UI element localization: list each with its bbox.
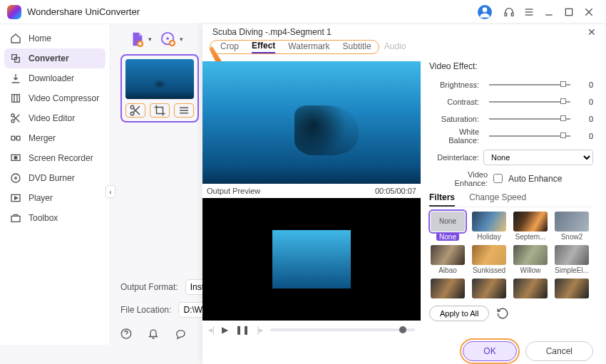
brightness-slider[interactable] [489,84,570,85]
filter-extra3[interactable] [512,279,549,298]
pause-icon[interactable]: ❚❚ [235,325,250,335]
sidebar-item-label: Toolbox [29,213,58,223]
filter-aibao[interactable]: Aibao [429,245,466,274]
subtab-speed[interactable]: Change Speed [469,192,526,207]
headset-icon[interactable] [503,6,515,18]
add-dvd-icon [160,31,176,47]
home-icon [10,33,21,44]
close-icon[interactable] [583,6,595,18]
dvd-icon [10,172,21,184]
maximize-icon[interactable] [563,6,575,18]
recorder-icon [10,152,21,164]
svg-rect-15 [11,136,15,140]
modal-tabs: Crop Effect Watermark Subtitle Audio [210,40,379,54]
tab-subtitle[interactable]: Subtitle [343,41,371,53]
help-icon[interactable] [120,327,132,340]
sidebar-item-dvd[interactable]: DVD Burner [0,168,110,188]
tab-watermark[interactable]: Watermark [288,41,329,53]
contrast-slider[interactable] [489,101,570,103]
merger-icon [10,132,21,144]
svg-point-29 [130,105,134,109]
modal-close-icon[interactable]: ✕ [587,26,596,38]
filter-swatch [472,245,506,265]
sidebar-item-player[interactable]: Player [0,188,110,208]
add-dvd-button[interactable]: ▾ [160,31,176,47]
sidebar-item-label: Player [29,193,53,203]
output-preview-label: Output Preview [207,187,260,195]
play-icon[interactable]: ▶ [222,325,228,335]
filter-september[interactable]: Septem... [512,212,549,241]
svg-point-27 [166,37,169,40]
filter-swatch [472,279,506,298]
sidebar-item-downloader[interactable]: Downloader [0,68,110,88]
deinterlace-label: Deinterlace: [429,153,483,162]
reset-icon[interactable] [496,307,509,320]
filter-holiday[interactable]: Holiday [471,212,508,241]
media-thumbnail [125,59,194,99]
filter-swatch [431,245,465,265]
filter-swatch [431,279,465,298]
seek-slider[interactable] [270,328,415,331]
tab-audio[interactable]: Audio [384,41,406,53]
svg-point-19 [14,156,17,159]
add-file-button[interactable]: ▾ [129,31,145,47]
subtab-filters[interactable]: Filters [429,192,455,207]
feedback-icon[interactable] [175,327,186,340]
filter-swatch [555,212,589,232]
media-card[interactable] [120,54,199,123]
tab-effect[interactable]: Effect [252,41,275,53]
filter-simpleel[interactable]: SimpleEl... [553,245,590,274]
sidebar-item-label: DVD Burner [29,173,75,183]
svg-point-30 [130,112,134,115]
scissors-icon [10,113,21,124]
crop-button[interactable] [150,103,170,118]
sidebar-item-converter[interactable]: Converter [4,48,106,68]
auto-enhance-checkbox[interactable] [493,174,503,183]
minimize-icon[interactable] [543,6,555,18]
filter-extra2[interactable] [471,279,508,298]
filter-willow[interactable]: Willow [512,245,549,274]
apply-to-all-button[interactable]: Apply to All [429,306,489,321]
cancel-button[interactable]: Cancel [525,341,593,361]
sidebar: Home Converter Downloader Video Compress… [0,24,111,345]
user-avatar[interactable] [478,5,492,19]
svg-rect-2 [511,13,513,16]
chevron-down-icon: ▾ [148,36,152,43]
output-format-label: Output Format: [120,282,178,292]
sidebar-item-merger[interactable]: Merger [0,128,110,148]
filter-none[interactable]: NoneNone [429,212,466,241]
svg-rect-12 [12,95,20,103]
sidebar-item-toolbox[interactable]: Toolbox [0,208,110,228]
tab-crop[interactable]: Crop [220,41,239,53]
sidebar-item-label: Video Editor [29,113,75,123]
filter-snow2[interactable]: Snow2 [553,212,590,241]
brightness-label: Brightness: [429,80,483,89]
bell-icon[interactable] [148,327,159,340]
modal-title: Scuba Diving -.mp4-Segment 1 [212,27,332,37]
output-preview [202,198,421,321]
sidebar-item-editor[interactable]: Video Editor [0,108,110,128]
ok-button[interactable]: OK [463,341,516,361]
sidebar-item-home[interactable]: Home [0,28,110,48]
app-title: Wondershare UniConverter [27,6,140,17]
saturation-slider[interactable] [489,118,570,120]
filter-extra1[interactable] [429,279,466,298]
sidebar-item-label: Merger [29,133,56,143]
player-icon [10,192,21,204]
sidebar-item-recorder[interactable]: Screen Recorder [0,148,110,168]
sidebar-item-label: Converter [29,53,69,63]
trim-button[interactable] [125,103,145,118]
deinterlace-select[interactable]: None [483,150,593,165]
menu-icon[interactable] [523,6,535,18]
sidebar-item-compressor[interactable]: Video Compressor [0,88,110,108]
file-location-label: File Location: [120,305,171,315]
svg-point-20 [11,174,20,182]
enhance-label: Video Enhance: [436,170,488,187]
wb-slider[interactable] [489,135,570,137]
effect-button[interactable] [174,103,194,118]
filter-extra4[interactable] [553,279,590,298]
filter-sunkissed[interactable]: Sunkissed [471,245,508,274]
add-file-icon [129,31,145,47]
filter-swatch [513,245,548,265]
saturation-label: Saturation: [429,115,483,123]
